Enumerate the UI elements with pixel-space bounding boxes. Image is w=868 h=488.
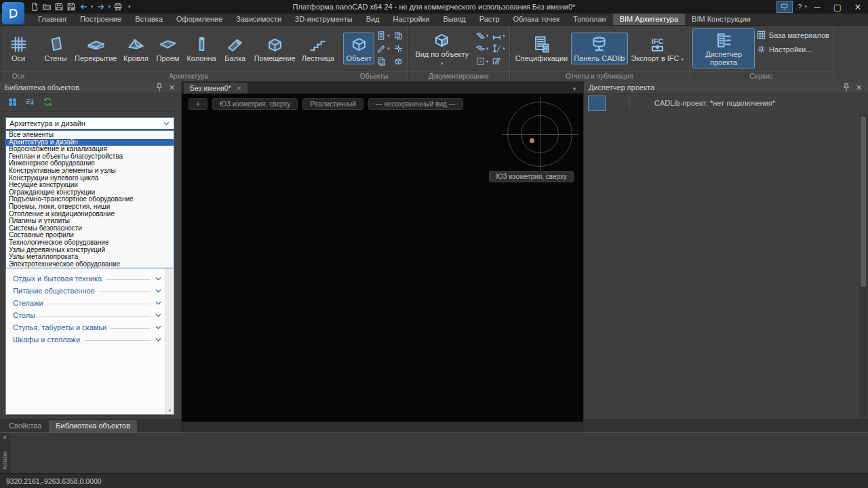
slabs-small-button[interactable]: ▾ [475,43,489,54]
menu-tab-1[interactable]: Построение [73,14,128,25]
category-combobox[interactable]: Архитектура и дизайн [5,117,174,129]
redo-button-menu-icon[interactable]: ▾ [108,4,111,9]
menu-tab-6[interactable]: Вид [359,14,387,25]
viewport-control-0[interactable]: + [189,98,208,110]
menu-tab-5[interactable]: 3D-инструменты [288,14,359,25]
close-button[interactable]: ✕ [848,0,868,14]
column-button[interactable]: Колонна [184,33,218,64]
markup-small-button[interactable] [492,56,505,66]
interface-switch-button[interactable] [777,1,792,12]
dropdown-item-0[interactable]: Все элементы [6,131,174,139]
pencil-small-button[interactable]: ▾ [376,43,390,54]
menu-tab-0[interactable]: Главная [31,14,73,25]
spec-small-button[interactable]: ▾ [376,30,390,41]
materials-menu-button[interactable]: База материалов [756,30,829,40]
nanocad-logo[interactable] [2,2,24,24]
project-info-button[interactable] [609,96,625,110]
menu-tab-2[interactable]: Вставка [128,14,170,25]
settings-gear-icon[interactable] [847,96,863,110]
views3-small-button[interactable]: ▾ [475,30,489,41]
print-button[interactable] [113,2,123,12]
sync-database-icon[interactable] [827,96,843,110]
room-button[interactable]: Помещение [252,33,298,64]
dim-small-button[interactable]: ▾ [492,30,505,41]
explode-small-button[interactable] [393,43,403,54]
slab-button[interactable]: Перекрытие [73,33,119,64]
dropdown-item-8[interactable]: Ограждающие конструкции [6,189,174,197]
tab-close-icon[interactable]: × [237,85,241,92]
category-row-1[interactable]: Питание общественное [6,285,165,297]
ifc-button[interactable]: IFCЭкспорт в IFC ▾ [629,33,686,64]
customize-qat-icon[interactable]: ▾ [128,4,131,9]
close-icon[interactable]: ✕ [3,434,7,441]
menu-tab-12[interactable]: BIM Архитектура [613,14,685,25]
viewport-control-2[interactable]: Реалистичный [302,98,363,110]
stairs-button[interactable]: Лестница [300,33,337,64]
left-panel-tab-0[interactable]: Свойства [2,420,48,432]
navigation-sphere[interactable] [507,102,572,167]
dropdown-item-3[interactable]: Генплан и объекты благоустройства [6,153,174,161]
copy-small-button[interactable] [376,56,390,66]
pin-icon[interactable] [1,443,8,449]
dim2-small-button[interactable]: ▾ [492,43,505,54]
view-tiles-button[interactable] [7,97,18,108]
dropdown-item-13[interactable]: Системы безопасности [6,225,174,232]
menu-tab-4[interactable]: Зависимости [229,14,288,25]
menu-tab-10[interactable]: Облака точек [507,14,567,25]
viewport-control-1[interactable]: ЮЗ изометрия, сверху [212,98,298,110]
sheet-list-icon[interactable] [186,424,195,432]
cubeview-button[interactable]: Вид по объекту ▾ [412,29,473,67]
category-row-2[interactable]: Стелажи [6,297,165,309]
pin-icon[interactable] [842,83,850,92]
sort-button[interactable] [25,97,35,108]
redo-button[interactable] [96,2,106,12]
undo-button-menu-icon[interactable]: ▾ [91,4,94,9]
roof-button[interactable]: Кровля [121,33,151,64]
gear-menu-button[interactable]: Настройки... [756,44,829,54]
wall-button[interactable]: Стены [41,33,71,64]
close-icon[interactable]: ✕ [167,83,176,92]
document-tab[interactable]: Без имени0* × [184,83,248,94]
dropdown-item-12[interactable]: Плагины и утилиты [6,218,174,225]
tree-scrollbar[interactable] [859,114,867,418]
dropdown-item-14[interactable]: Составные профили [6,232,174,239]
menu-tab-11[interactable]: Топоплан [566,14,613,25]
dropdown-item-11[interactable]: Отопление и кондиционирование [6,211,174,218]
minimize-button[interactable]: ─ [807,0,827,14]
viewport-control-3[interactable]: --- несохраненный вид --- [368,98,463,110]
disp-button[interactable]: Диспетчер проекта [693,29,754,67]
tab-list-icon[interactable]: ▼ [566,86,583,94]
dropdown-item-9[interactable]: Подъемно-транспортное оборудование [6,196,174,203]
menu-tab-13[interactable]: BIM Конструкции [685,14,757,25]
category-row-3[interactable]: Столы [6,309,165,321]
boxsel-small-button[interactable]: ▾ [475,56,489,66]
new-button[interactable] [30,2,39,12]
dropdown-item-1[interactable]: Архитектура и дизайн [6,139,174,146]
category-row-0[interactable]: Отдых и бытовая техника [6,272,165,285]
dropdown-item-18[interactable]: Электротехническое оборудование [6,261,174,268]
open-project-folder-icon[interactable] [634,96,650,110]
refresh-button[interactable] [43,97,53,108]
cadlib-button[interactable]: Панель CADlib [572,33,627,64]
pages-small-button[interactable] [393,30,403,41]
restore-button[interactable]: ▢ [827,0,848,14]
dropdown-item-5[interactable]: Конструктивные элементы и узлы [6,167,174,175]
dropdown-item-7[interactable]: Несущие конструкции [6,182,174,189]
dropdown-item-10[interactable]: Проемы, люки, отверстия, ниши [6,203,174,211]
left-panel-tab-1[interactable]: Библиотека объектов [49,420,137,432]
open-button[interactable] [42,2,52,12]
dropdown-item-6[interactable]: Конструкции нулевого цикла [6,175,174,182]
dropdown-item-2[interactable]: Водоснабжение и канализация [6,146,174,153]
opening-button[interactable]: Проем [153,33,182,64]
speclg-button[interactable]: Спецификации [513,33,570,64]
save-button[interactable] [54,2,64,12]
category-row-5[interactable]: Шкафы и стеллажи [6,333,165,346]
category-row-4[interactable]: Стулья, табуреты и скамьи [6,321,165,333]
grid-button[interactable]: Оси [3,33,33,64]
beam-button[interactable]: Балка [220,33,250,64]
vcube-small-button[interactable] [393,56,403,66]
save-all-button[interactable] [66,2,76,12]
pin-icon[interactable] [155,83,163,92]
menu-tab-9[interactable]: Растр [473,14,507,25]
menu-tab-3[interactable]: Оформление [170,14,229,25]
